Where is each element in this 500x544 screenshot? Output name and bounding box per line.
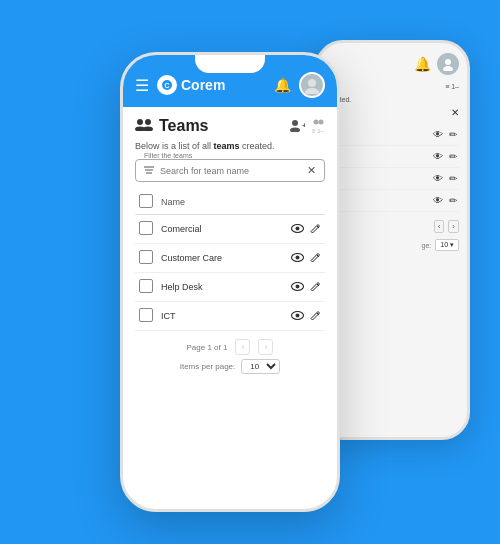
svg-point-6	[137, 119, 143, 125]
svg-point-10	[292, 120, 298, 126]
team-count-label: ≡ 1–	[312, 128, 324, 134]
secondary-subtitle: ≡ 1–	[326, 83, 459, 90]
secondary-row-1: 👁 ✏	[326, 124, 459, 146]
secondary-edit-3: ✏	[449, 173, 457, 184]
page-content: Teams + ≡ 1–	[123, 107, 337, 384]
user-avatar[interactable]	[299, 72, 325, 98]
row-actions-cell	[265, 215, 325, 244]
secondary-row-3: 👁 ✏	[326, 168, 459, 190]
svg-text:+: +	[302, 121, 305, 130]
row-checkbox-cell	[135, 273, 157, 302]
app-name: Corem	[181, 77, 225, 93]
header-checkbox[interactable]	[139, 194, 153, 208]
row-checkbox[interactable]	[139, 250, 153, 264]
row-name: ICT	[157, 302, 265, 331]
subtitle-pre: Below is a list of all	[135, 141, 214, 151]
row-actions	[269, 281, 321, 294]
secondary-items-row: ge: 10 ▾	[326, 239, 459, 251]
subtitle-post: created.	[240, 141, 275, 151]
add-team-button[interactable]: +	[289, 118, 305, 135]
svg-point-19	[296, 227, 300, 231]
row-checkbox[interactable]	[139, 279, 153, 293]
prev-page-button[interactable]: ‹	[235, 339, 250, 355]
svg-point-1	[443, 66, 453, 71]
row-actions	[269, 223, 321, 236]
header-actions	[265, 190, 325, 215]
secondary-eye-4: 👁	[433, 195, 443, 206]
row-actions-cell	[265, 302, 325, 331]
pagination-text: Page 1 of 1	[187, 343, 228, 352]
row-checkbox[interactable]	[139, 308, 153, 322]
header-checkbox-cell	[135, 190, 157, 215]
filter-label: Filter the teams	[142, 152, 194, 159]
page-subtitle: Below is a list of all teams created.	[135, 141, 325, 151]
row-actions-cell	[265, 273, 325, 302]
edit-team-button[interactable]	[310, 310, 321, 323]
row-name: Comercial	[157, 215, 265, 244]
bell-icon[interactable]: 🔔	[274, 77, 291, 93]
secondary-eye-1: 👁	[433, 129, 443, 140]
svg-point-7	[145, 119, 151, 125]
row-name: Help Desk	[157, 273, 265, 302]
svg-point-4	[308, 79, 316, 87]
svg-text:C: C	[164, 82, 169, 89]
notch	[195, 55, 265, 73]
logo-icon: C	[157, 75, 177, 95]
secondary-close[interactable]: ✕	[326, 107, 459, 118]
secondary-created-text: created.	[326, 96, 459, 103]
svg-point-11	[290, 127, 300, 132]
row-actions	[269, 310, 321, 323]
secondary-eye-2: 👁	[433, 151, 443, 162]
items-per-page-label: Items per page:	[180, 362, 236, 371]
row-checkbox-cell	[135, 244, 157, 273]
svg-point-13	[314, 120, 319, 125]
next-page-button[interactable]: ›	[258, 339, 273, 355]
table-row: Help Desk	[135, 273, 325, 302]
clear-search-button[interactable]: ✕	[307, 164, 316, 177]
items-per-page-select[interactable]: 10 25 50	[241, 359, 280, 374]
svg-point-28	[296, 314, 300, 318]
table-row: ICT	[135, 302, 325, 331]
page-title: Teams	[159, 117, 209, 135]
page-title-row: Teams + ≡ 1–	[135, 117, 325, 135]
svg-point-14	[319, 120, 324, 125]
teams-table: Name Comercial	[135, 190, 325, 331]
secondary-pagination: ‹ ›	[326, 220, 459, 233]
view-team-button[interactable]	[291, 223, 304, 235]
secondary-edit-2: ✏	[449, 151, 457, 162]
items-per-page-row: Items per page: 10 25 50	[135, 359, 325, 374]
table-row: Customer Care	[135, 244, 325, 273]
logo-area: C Corem	[157, 75, 274, 95]
edit-team-button[interactable]	[310, 223, 321, 236]
secondary-bell-icon: 🔔	[414, 56, 431, 72]
row-actions	[269, 252, 321, 265]
row-checkbox[interactable]	[139, 221, 153, 235]
table-body: Comercial	[135, 215, 325, 331]
table-header-row: Name	[135, 190, 325, 215]
secondary-row-4: 👁 ✏	[326, 190, 459, 212]
svg-point-25	[296, 285, 300, 289]
secondary-eye-3: 👁	[433, 173, 443, 184]
secondary-edit-1: ✏	[449, 129, 457, 140]
svg-point-9	[143, 127, 153, 132]
hamburger-icon[interactable]: ☰	[135, 76, 149, 95]
view-team-button[interactable]	[291, 252, 304, 264]
phone-main: ☰ C Corem 🔔	[120, 52, 340, 512]
edit-team-button[interactable]	[310, 252, 321, 265]
svg-point-22	[296, 256, 300, 260]
secondary-items-label: ge:	[422, 242, 432, 249]
svg-point-5	[305, 88, 319, 94]
view-team-button[interactable]	[291, 281, 304, 293]
secondary-next-btn[interactable]: ›	[448, 220, 459, 233]
secondary-row-2: 👁 ✏	[326, 146, 459, 168]
pagination-row: Page 1 of 1 ‹ ›	[135, 339, 325, 355]
view-team-button[interactable]	[291, 310, 304, 322]
search-input[interactable]	[160, 166, 301, 176]
secondary-items-select[interactable]: 10 ▾	[435, 239, 459, 251]
secondary-prev-btn[interactable]: ‹	[434, 220, 445, 233]
edit-team-button[interactable]	[310, 281, 321, 294]
teams-icon	[135, 117, 153, 135]
filter-icon	[144, 165, 154, 176]
row-checkbox-cell	[135, 215, 157, 244]
header-name: Name	[157, 190, 265, 215]
